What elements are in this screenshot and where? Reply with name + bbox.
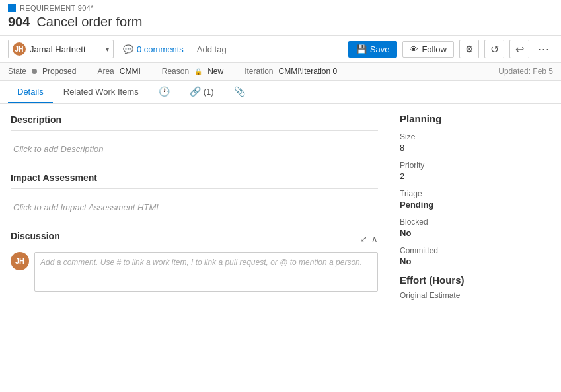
effort-section: Effort (Hours) Original Estimate xyxy=(400,274,550,300)
breadcrumb-text: REQUIREMENT 904* xyxy=(20,4,94,12)
avatar: JH xyxy=(13,42,26,56)
chevron-down-icon: ▾ xyxy=(106,46,109,53)
state-label: State xyxy=(8,67,26,76)
more-button[interactable]: ··· xyxy=(535,40,553,58)
discussion-icons: ⤢ ∧ xyxy=(360,234,378,244)
priority-label: Priority xyxy=(400,161,550,170)
size-label: Size xyxy=(400,132,550,141)
eye-icon: 👁 xyxy=(410,44,418,54)
blocked-value[interactable]: No xyxy=(400,228,550,238)
save-icon: 💾 xyxy=(356,44,367,54)
impact-input[interactable]: Click to add Impact Assessment HTML xyxy=(11,197,378,217)
comment-input[interactable]: Add a comment. Use # to link a work item… xyxy=(34,252,378,292)
lock-icon: 🔒 xyxy=(194,68,202,75)
committed-label: Committed xyxy=(400,246,550,255)
link-count: (1) xyxy=(204,87,214,97)
expand-icon[interactable]: ⤢ xyxy=(360,234,367,244)
area-value[interactable]: CMMI xyxy=(120,67,141,76)
committed-field: Committed No xyxy=(400,246,550,266)
follow-label: Follow xyxy=(422,44,447,54)
left-panel: Description Click to add Description Imp… xyxy=(0,104,389,387)
description-input[interactable]: Click to add Description xyxy=(11,139,378,159)
area-label: Area xyxy=(97,67,114,76)
refresh-icon: ↺ xyxy=(490,43,499,56)
discussion-title: Discussion xyxy=(11,231,60,241)
blocked-field: Blocked No xyxy=(400,217,550,238)
assignee-name: Jamal Hartnett xyxy=(30,44,102,54)
breadcrumb-row: REQUIREMENT 904* xyxy=(8,4,553,12)
follow-button[interactable]: 👁 Follow xyxy=(402,41,454,58)
description-title: Description xyxy=(11,114,378,125)
discussion-section: Discussion ⤢ ∧ JH Add a comment. Use # t… xyxy=(11,231,378,292)
state-field: State Proposed xyxy=(8,67,76,76)
triage-field: Triage Pending xyxy=(400,189,550,210)
tab-details[interactable]: Details xyxy=(8,81,53,103)
history-icon: 🕐 xyxy=(159,86,170,97)
state-dot xyxy=(32,69,37,74)
impact-title: Impact Assessment xyxy=(11,173,378,183)
settings-button[interactable]: ⚙ xyxy=(459,40,479,58)
reason-field: Reason 🔒 New xyxy=(162,67,223,76)
original-estimate-field: Original Estimate xyxy=(400,291,550,300)
size-field: Size 8 xyxy=(400,132,550,153)
right-panel: Planning Size 8 Priority 2 Triage Pendin… xyxy=(389,104,561,387)
iteration-value[interactable]: CMMI\Iteration 0 xyxy=(279,67,338,76)
undo-icon: ↩ xyxy=(515,43,524,56)
impact-section: Impact Assessment Click to add Impact As… xyxy=(11,173,378,217)
top-bar: REQUIREMENT 904* 904 Cancel order form xyxy=(0,0,561,36)
committed-value[interactable]: No xyxy=(400,256,550,266)
add-tag-button[interactable]: Add tag xyxy=(193,42,231,56)
work-item-id: 904 xyxy=(8,15,30,30)
assignee-dropdown[interactable]: JH Jamal Hartnett ▾ xyxy=(8,40,114,58)
iteration-label: Iteration xyxy=(244,67,273,76)
impact-divider xyxy=(11,188,378,189)
main-content: Description Click to add Description Imp… xyxy=(0,104,561,387)
updated-text: Updated: Feb 5 xyxy=(498,67,553,76)
tab-related-label: Related Work Items xyxy=(63,87,139,97)
refresh-button[interactable]: ↺ xyxy=(484,40,504,58)
tab-bar: Details Related Work Items 🕐 🔗 (1) 📎 xyxy=(0,81,561,104)
priority-value[interactable]: 2 xyxy=(400,171,550,181)
tab-details-label: Details xyxy=(17,87,44,97)
meta-row: State Proposed Area CMMI Reason 🔒 New It… xyxy=(0,63,561,81)
discussion-header: Discussion ⤢ ∧ xyxy=(11,231,378,247)
description-section: Description Click to add Description xyxy=(11,114,378,159)
toolbar: JH Jamal Hartnett ▾ 💬 0 comments Add tag… xyxy=(0,36,561,63)
triage-label: Triage xyxy=(400,189,550,198)
commenter-avatar: JH xyxy=(11,252,29,270)
comment-bubble-icon: 💬 xyxy=(123,44,133,54)
more-icon: ··· xyxy=(538,42,550,56)
planning-title: Planning xyxy=(400,113,550,124)
undo-button[interactable]: ↩ xyxy=(509,40,529,58)
reason-value: New xyxy=(207,67,223,76)
blocked-label: Blocked xyxy=(400,217,550,227)
tab-related-work-items[interactable]: Related Work Items xyxy=(54,81,148,103)
attachment-icon: 📎 xyxy=(234,86,245,97)
settings-icon: ⚙ xyxy=(465,44,474,54)
iteration-field: Iteration CMMI\Iteration 0 xyxy=(244,67,337,76)
collapse-icon[interactable]: ∧ xyxy=(371,234,378,244)
tab-history[interactable]: 🕐 xyxy=(149,81,179,103)
save-label: Save xyxy=(370,44,390,54)
state-value[interactable]: Proposed xyxy=(42,67,76,76)
tab-attachments[interactable]: 📎 xyxy=(225,81,254,103)
effort-title: Effort (Hours) xyxy=(400,274,550,286)
requirement-icon xyxy=(8,4,16,12)
description-divider xyxy=(11,130,378,131)
comments-count: 0 comments xyxy=(137,44,184,54)
area-field: Area CMMI xyxy=(97,67,140,76)
comments-button[interactable]: 💬 0 comments xyxy=(119,42,188,56)
original-estimate-label: Original Estimate xyxy=(400,291,550,300)
link-icon: 🔗 xyxy=(190,86,201,97)
reason-label: Reason xyxy=(162,67,189,76)
comment-box: JH Add a comment. Use # to link a work i… xyxy=(11,252,378,292)
priority-field: Priority 2 xyxy=(400,161,550,181)
title-row: 904 Cancel order form xyxy=(8,15,553,30)
save-button[interactable]: 💾 Save xyxy=(348,41,398,58)
work-item-title: Cancel order form xyxy=(36,15,142,30)
size-value[interactable]: 8 xyxy=(400,143,550,153)
tab-links[interactable]: 🔗 (1) xyxy=(180,81,223,103)
triage-value[interactable]: Pending xyxy=(400,200,550,210)
